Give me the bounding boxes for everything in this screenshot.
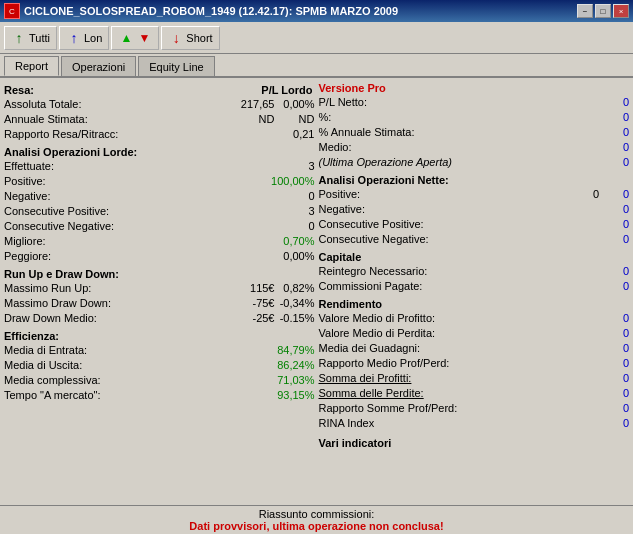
rina-value: 0 [599, 416, 629, 431]
positive-value: 100,00% [271, 174, 314, 189]
vari-indicatori-title: Vari indicatori [319, 437, 630, 449]
long-button[interactable]: ↑ Lon [59, 26, 109, 50]
drawdown-medio-val1: -25€ [225, 311, 275, 326]
valore-perdita-label: Valore Medio di Perdita: [319, 326, 600, 341]
rapporto-somme-row: Rapporto Somme Prof/Perd: 0 [319, 401, 630, 416]
short-label: Short [186, 32, 212, 44]
drawdown-medio-val2: -0.15% [275, 311, 315, 326]
somma-profitti-row: Somma dei Profitti: 0 [319, 371, 630, 386]
tutti-label: Tutti [29, 32, 50, 44]
resa-title: Resa: [4, 84, 34, 96]
minimize-button[interactable]: − [577, 4, 593, 18]
capitale-title: Capitale [319, 251, 630, 263]
drawdown-val2: -0,34% [275, 296, 315, 311]
somma-profitti-label-text: Somma dei Profitti: [319, 372, 412, 384]
tempo-mercato-label: Tempo "A mercato": [4, 388, 100, 403]
title-bar-left: C CICLONE_SOLOSPREAD_ROBOM_1949 (12.42.1… [4, 3, 398, 19]
positive-n-val1: 0 [579, 187, 599, 202]
ultima-op-value: 0 [599, 155, 629, 170]
assoluta-val1: 217,65 [225, 97, 275, 112]
down-icon: ▼ [136, 30, 152, 46]
medio-value: 0 [599, 140, 629, 155]
positive-row: Positive: 100,00% [4, 174, 315, 189]
reintegro-value: 0 [599, 264, 629, 279]
app-icon: C [4, 3, 20, 19]
migliore-label: Migliore: [4, 234, 46, 249]
tab-equity-line[interactable]: Equity Line [138, 56, 214, 76]
valore-profitto-label: Valore Medio di Profitto: [319, 311, 600, 326]
cons-negative-row: Consecutive Negative: 0 [4, 219, 315, 234]
cons-positive-label: Consecutive Positive: [4, 204, 109, 219]
assoluta-label: Assoluta Totale: [4, 97, 225, 112]
tab-operazioni[interactable]: Operazioni [61, 56, 136, 76]
rapporto-label: Rapporto Resa/Ritracc: [4, 127, 275, 142]
rapporto-medio-value: 0 [599, 356, 629, 371]
tutti-icon: ↑ [11, 30, 27, 46]
annuale-val1: ND [225, 112, 275, 127]
media-entrata-label: Media di Entrata: [4, 343, 87, 358]
positive-n-label: Positive: [319, 187, 580, 202]
rina-label: RINA Index [319, 416, 600, 431]
window-title: CICLONE_SOLOSPREAD_ROBOM_1949 (12.42.17)… [24, 5, 398, 17]
cons-positive-row: Consecutive Positive: 3 [4, 204, 315, 219]
short-button[interactable]: ↓ Short [161, 26, 219, 50]
drawdown-medio-row: Draw Down Medio: -25€ -0.15% [4, 311, 315, 326]
somma-perdite-label: Somma delle Perdite: [319, 386, 600, 401]
effettuate-row: Effettuate: 3 [4, 159, 315, 174]
reintegro-row: Reintegro Necessario: 0 [319, 264, 630, 279]
media-uscita-row: Media di Uscita: 86,24% [4, 358, 315, 373]
efficienza-title: Efficienza: [4, 330, 315, 342]
media-complessiva-label: Media complessiva: [4, 373, 101, 388]
close-button[interactable]: × [613, 4, 629, 18]
tab-report[interactable]: Report [4, 56, 59, 76]
drawdown-label: Massimo Draw Down: [4, 296, 225, 311]
medio-label: Medio: [319, 140, 600, 155]
rapporto-medio-row: Rapporto Medio Prof/Perd: 0 [319, 356, 630, 371]
title-bar: C CICLONE_SOLOSPREAD_ROBOM_1949 (12.42.1… [0, 0, 633, 22]
analisi-nette-title: Analisi Operazioni Nette: [319, 174, 630, 186]
media-complessiva-row: Media complessiva: 71,03% [4, 373, 315, 388]
tempo-mercato-row: Tempo "A mercato": 93,15% [4, 388, 315, 403]
negative-n-label: Negative: [319, 202, 600, 217]
cons-positive-n-label: Consecutive Positive: [319, 217, 600, 232]
status-line1: Riassunto commissioni: [8, 508, 625, 520]
positive-n-val2: 0 [599, 187, 629, 202]
drawdown-row: Massimo Draw Down: -75€ -0,34% [4, 296, 315, 311]
commissioni-label: Commissioni Pagate: [319, 279, 600, 294]
maximize-button[interactable]: □ [595, 4, 611, 18]
pl-netto-label: P/L Netto: [319, 95, 600, 110]
rapporto-somme-value: 0 [599, 401, 629, 416]
cons-negative-n-label: Consecutive Negative: [319, 232, 600, 247]
tutti-button[interactable]: ↑ Tutti [4, 26, 57, 50]
commissioni-row: Commissioni Pagate: 0 [319, 279, 630, 294]
right-panel: Versione Pro P/L Netto: 0 %: 0 % Annuale… [319, 82, 630, 501]
drawdown-val1: -75€ [225, 296, 275, 311]
somma-perdite-row: Somma delle Perdite: 0 [319, 386, 630, 401]
negative-row: Negative: 0 [4, 189, 315, 204]
percent-row: %: 0 [319, 110, 630, 125]
positive-n-row: Positive: 0 0 [319, 187, 630, 202]
rapporto-medio-label: Rapporto Medio Prof/Perd: [319, 356, 600, 371]
valore-profitto-value: 0 [599, 311, 629, 326]
percent-annuale-row: % Annuale Stimata: 0 [319, 125, 630, 140]
valore-perdita-row: Valore Medio di Perdita: 0 [319, 326, 630, 341]
cons-positive-n-value: 0 [599, 217, 629, 232]
short-icon: ↓ [168, 30, 184, 46]
rendimento-title: Rendimento [319, 298, 630, 310]
versione-pro: Versione Pro [319, 82, 630, 94]
negative-n-row: Negative: 0 [319, 202, 630, 217]
up-down-button[interactable]: ▲ ▼ [111, 26, 159, 50]
long-icon: ↑ [66, 30, 82, 46]
reintegro-label: Reintegro Necessario: [319, 264, 600, 279]
pl-lordo-header: P/L Lordo [261, 84, 312, 96]
negative-value: 0 [275, 189, 315, 204]
cons-negative-n-value: 0 [599, 232, 629, 247]
media-entrata-row: Media di Entrata: 84,79% [4, 343, 315, 358]
somma-perdite-value: 0 [599, 386, 629, 401]
assoluta-val2: 0,00% [275, 97, 315, 112]
runup-val1: 115€ [225, 281, 275, 296]
negative-label: Negative: [4, 189, 50, 204]
analisi-lorde-title: Analisi Operazioni Lorde: [4, 146, 315, 158]
status-line2: Dati provvisori, ultima operazione non c… [8, 520, 625, 532]
commissioni-value: 0 [599, 279, 629, 294]
